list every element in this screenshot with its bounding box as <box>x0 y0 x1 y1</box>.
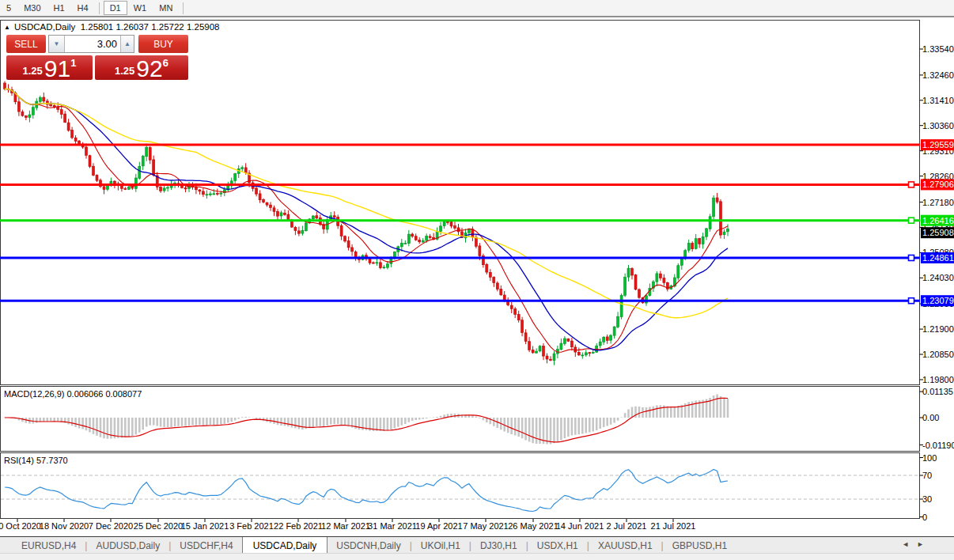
date-axis-label: 2 Jul 2021 <box>607 521 647 531</box>
price-axis-label: 1.19800 <box>922 375 954 384</box>
price-axis-label: 1.24030 <box>922 273 954 282</box>
date-axis-label: 18 Nov 2020 <box>40 521 89 531</box>
period-button-m30[interactable]: M30 <box>17 1 47 15</box>
rsi-value: 57.7370 <box>36 456 68 465</box>
date-axis-label: 31 Mar 2021 <box>368 521 417 531</box>
level-anchor-marker[interactable] <box>909 182 914 187</box>
bid-price-box[interactable]: 1.25 91 1 <box>6 55 93 80</box>
tab-dj30-h1[interactable]: DJ30,H1 <box>471 537 526 554</box>
tab-usdcad-daily[interactable]: USDCAD,Daily <box>242 537 328 554</box>
symbol-tab-bar: EURUSD,H4|AUDUSD,Daily|USDCHF,H4USDCAD,D… <box>0 536 954 554</box>
chart-ohlc-values: 1.25801 1.26037 1.25722 1.25908 <box>81 22 220 32</box>
date-axis-label: 22 Feb 2021 <box>274 521 323 531</box>
macd-name: MACD(12,26,9) <box>4 389 64 399</box>
price-axis-label: 1.20850 <box>922 350 954 359</box>
price-axis-label: 1.21900 <box>922 324 954 334</box>
toolbar-separator <box>99 2 100 14</box>
volume-increase-button[interactable]: ▲ <box>120 36 134 52</box>
tab-scroll-left-icon[interactable]: ◄ <box>902 540 917 548</box>
volume-spinner: ▼ 3.00 ▲ <box>48 35 134 53</box>
macd-indicator-label: MACD(12,26,9) 0.006066 0.008077 <box>4 389 142 399</box>
date-axis-label: 25 Dec 2020 <box>134 521 183 531</box>
level-price-tag-text: 1.24861 <box>922 253 954 263</box>
macd-values: 0.006066 0.008077 <box>66 389 142 399</box>
period-button-h4[interactable]: H4 <box>71 1 95 15</box>
candles-up-wicks <box>29 96 728 365</box>
rsi-level-lines <box>1 475 919 499</box>
current-price-tag-text: 1.25908 <box>922 228 954 237</box>
price-axis-label: 1.27180 <box>922 198 954 207</box>
period-button-h1[interactable]: H1 <box>47 1 71 15</box>
price-axis-label: 1.33540 <box>922 44 954 54</box>
candles-down-wicks <box>5 81 721 364</box>
chart-title: ▲USDCAD,Daily 1.25801 1.26037 1.25722 1.… <box>4 22 220 32</box>
buy-button[interactable]: BUY <box>138 35 188 53</box>
macd-histogram <box>5 395 728 445</box>
bid-price-prefix: 1.25 <box>23 65 43 77</box>
period-button-d1[interactable]: D1 <box>104 1 127 15</box>
date-axis-label: 30 Oct 2020 <box>0 521 41 531</box>
level-anchor-marker[interactable] <box>909 298 914 304</box>
period-button-w1[interactable]: W1 <box>127 1 153 15</box>
date-axis-label: 19 Apr 2021 <box>415 521 462 531</box>
chart-symbol-label: USDCAD,Daily <box>14 22 75 32</box>
level-price-tag-text: 1.29559 <box>922 140 954 149</box>
tab-audusd-daily[interactable]: AUDUSD,Daily <box>87 537 168 554</box>
date-axis-label: 7 Dec 2020 <box>89 521 133 531</box>
trading-terminal-window: 1.335401.324601.314101.303601.293101.282… <box>0 0 954 560</box>
candles-down-bodies <box>4 83 722 361</box>
tab-usdcnh-daily[interactable]: USDCNH,Daily <box>327 537 409 554</box>
timeframe-toolbar: 5M30H1H4D1W1MN <box>0 0 954 17</box>
macd-axis-label: 0.01135 <box>922 387 953 396</box>
level-anchor-marker[interactable] <box>909 218 914 223</box>
ma-slow-line <box>5 89 728 317</box>
date-axis-label: 14 Jun 2021 <box>556 521 604 531</box>
ask-price-pip-digit: 6 <box>163 57 168 69</box>
level-anchor-marker[interactable] <box>909 255 914 261</box>
tab-scroll-right-icon[interactable]: ► <box>917 540 932 548</box>
tab-scroll-arrows: ◄► <box>902 540 932 548</box>
tab-xauusd-h1[interactable]: XAUUSD,H1 <box>589 537 661 554</box>
bid-price-pip-digit: 1 <box>70 57 76 69</box>
volume-decrease-button[interactable]: ▼ <box>49 36 65 52</box>
volume-input[interactable]: 3.00 <box>65 36 120 52</box>
tab-ukoil-h1[interactable]: UKOil,H1 <box>412 537 469 554</box>
tab-eurusd-h4[interactable]: EURUSD,H4 <box>13 537 85 554</box>
date-axis-label: 3 Feb 2021 <box>229 521 274 531</box>
level-price-tag-text: 1.26416 <box>922 216 954 225</box>
rsi-indicator-label: RSI(14) 57.7370 <box>4 456 68 465</box>
macd-axis-label: 0.00 <box>922 413 939 422</box>
period-button-mn[interactable]: MN <box>153 1 179 15</box>
price-axis-label: 1.31410 <box>922 96 954 105</box>
level-price-tag-text: 1.27906 <box>922 180 954 189</box>
toolbar-separator <box>183 2 184 14</box>
date-axis-label: 15 Jan 2021 <box>181 521 229 531</box>
rsi-axis-label: 30 <box>922 494 932 504</box>
date-axis-label: 12 Mar 2021 <box>321 521 370 531</box>
rsi-axis-label: 70 <box>922 471 932 480</box>
rsi-name: RSI(14) <box>4 456 34 465</box>
collapse-triangle-icon[interactable]: ▲ <box>4 24 10 31</box>
period-button-5[interactable]: 5 <box>0 1 17 15</box>
ask-price-big-digits: 92 <box>136 58 162 79</box>
date-axis-label: 21 Jul 2021 <box>651 521 696 531</box>
level-price-tag-text: 1.23079 <box>922 296 954 305</box>
candles-up-bodies <box>28 97 729 360</box>
ask-price-prefix: 1.25 <box>115 65 134 77</box>
rsi-axis-label: 100 <box>922 453 937 463</box>
tab-usdchf-h4[interactable]: USDCHF,H4 <box>171 537 241 554</box>
one-click-trade-panel: SELL ▼ 3.00 ▲ BUY 1.25 91 1 1.25 92 6 <box>6 35 188 80</box>
price-axis-label: 1.30360 <box>922 121 954 131</box>
rsi-axis-label: 0 <box>922 513 927 522</box>
price-axis-label: 1.32460 <box>922 70 954 80</box>
macd-axis-label: -0.01190 <box>922 441 954 450</box>
date-axis-label: 26 May 2021 <box>508 521 558 531</box>
date-axis-label: 7 May 2021 <box>463 521 508 531</box>
sell-button[interactable]: SELL <box>6 35 46 53</box>
tab-usdx-h1[interactable]: USDX,H1 <box>528 537 587 554</box>
tab-gbpusd-h1[interactable]: GBPUSD,H1 <box>664 537 736 554</box>
panel-borders <box>1 21 920 519</box>
status-strip <box>0 553 954 560</box>
bid-price-big-digits: 91 <box>44 58 70 79</box>
ask-price-box[interactable]: 1.25 92 6 <box>95 55 188 80</box>
